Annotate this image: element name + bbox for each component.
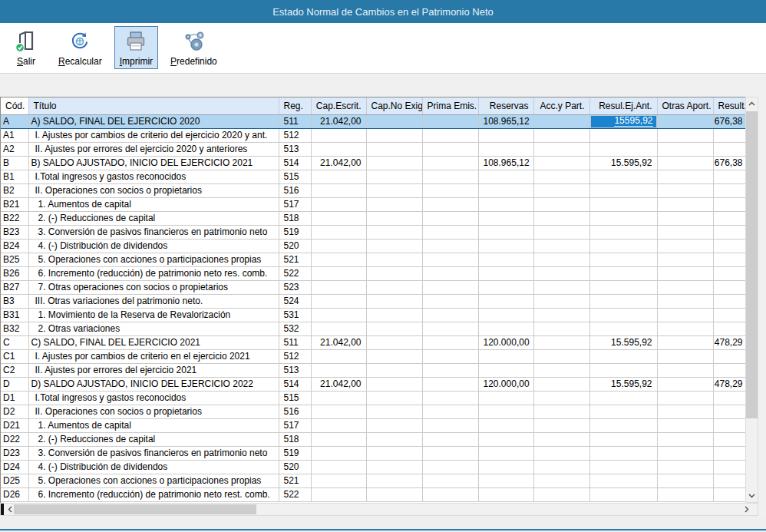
cell-D2-result[interactable] (713, 405, 745, 418)
cell-B26-cod[interactable]: B26 (1, 266, 28, 280)
cell-B26-acc_y_part[interactable] (533, 266, 589, 280)
cell-B27-reservas[interactable] (478, 280, 533, 294)
cell-D-cod[interactable]: D (1, 377, 28, 391)
cell-D25-cap_escrit[interactable] (311, 474, 366, 487)
cell-B1-resul_ej_ant[interactable] (589, 170, 657, 183)
cell-B2-result[interactable] (713, 183, 745, 197)
cell-C1-resul_ej_ant[interactable] (589, 349, 657, 363)
preset-button[interactable]: Predefinido (165, 26, 223, 69)
table-row-D2[interactable]: D2II. Operaciones con socios o propietar… (1, 405, 745, 418)
cell-B22-result[interactable] (713, 211, 745, 225)
cell-B-resul_ej_ant[interactable]: 15.595,92 (589, 156, 657, 170)
cell-C2-reservas[interactable] (478, 363, 533, 377)
table-row-C1[interactable]: C1I. Ajustes por cambios de criterio en … (1, 349, 745, 363)
cell-D22-result[interactable] (713, 432, 745, 446)
cell-C2-resul_ej_ant[interactable] (589, 363, 657, 377)
cell-A2-prima_emis[interactable] (422, 142, 478, 156)
cell-B21-result[interactable] (713, 197, 745, 211)
cell-D1-cap_no_exig[interactable] (366, 391, 422, 405)
cell-D-reservas[interactable]: 120.000,00 (478, 377, 533, 391)
cell-A1-resul_ej_ant[interactable] (589, 128, 657, 142)
cell-C-otras_aport[interactable] (657, 335, 713, 349)
cell-D26-prima_emis[interactable] (422, 487, 478, 501)
scroll-down-button[interactable] (746, 490, 758, 502)
cell-B25-prima_emis[interactable] (422, 253, 478, 266)
cell-A-reservas[interactable]: 108.965,12 (478, 114, 533, 128)
cell-B24-titulo[interactable]: 4. (-) Distribución de dividendos (28, 239, 279, 253)
cell-C-prima_emis[interactable] (422, 335, 478, 349)
exit-button[interactable]: Salir (6, 26, 46, 69)
table-row-C2[interactable]: C2II. Ajustes por errores del ejercicio … (1, 363, 745, 377)
cell-A-acc_y_part[interactable] (533, 114, 589, 128)
cell-B22-cap_no_exig[interactable] (366, 211, 422, 225)
table-row-B[interactable]: BB) SALDO AJUSTADO, INICIO DEL EJERCICIO… (1, 156, 745, 170)
cell-D21-result[interactable] (713, 418, 745, 432)
cell-B24-otras_aport[interactable] (657, 239, 713, 253)
cell-C1-titulo[interactable]: I. Ajustes por cambios de criterio en el… (28, 349, 279, 363)
cell-B1-titulo[interactable]: I.Total ingresos y gastos reconocidos (28, 170, 279, 183)
cell-B31-reservas[interactable] (478, 308, 533, 322)
cell-B32-cap_escrit[interactable] (311, 322, 366, 335)
cell-D26-cap_no_exig[interactable] (366, 487, 422, 501)
cell-C2-reg[interactable]: 513 (279, 363, 311, 377)
cell-D23-reg[interactable]: 519 (279, 446, 311, 460)
cell-B3-cod[interactable]: B3 (1, 294, 28, 308)
cell-B2-resul_ej_ant[interactable] (589, 183, 657, 197)
cell-B21-resul_ej_ant[interactable] (589, 197, 657, 211)
cell-B22-cod[interactable]: B22 (1, 211, 28, 225)
cell-D24-reservas[interactable] (478, 460, 533, 474)
cell-A1-cap_escrit[interactable] (311, 128, 366, 142)
cell-B2-acc_y_part[interactable] (533, 183, 589, 197)
cell-D26-reservas[interactable] (478, 487, 533, 501)
recalculate-button[interactable]: Recalcular (53, 26, 107, 69)
cell-B-result[interactable]: 1.676,38 (713, 156, 745, 170)
cell-D1-resul_ej_ant[interactable] (589, 391, 657, 405)
cell-C-acc_y_part[interactable] (533, 335, 589, 349)
cell-B31-titulo[interactable]: 1. Movimiento de la Reserva de Revaloriz… (28, 308, 279, 322)
cell-B27-result[interactable] (713, 280, 745, 294)
cell-B31-prima_emis[interactable] (422, 308, 478, 322)
cell-B26-resul_ej_ant[interactable] (589, 266, 657, 280)
cell-D21-resul_ej_ant[interactable] (589, 418, 657, 432)
cell-D25-resul_ej_ant[interactable] (589, 474, 657, 487)
cell-D26-titulo[interactable]: 6. Incremento (reducción) de patrimonio … (28, 487, 279, 501)
cell-C2-result[interactable] (713, 363, 745, 377)
cell-B24-cap_no_exig[interactable] (366, 239, 422, 253)
cell-B2-cod[interactable]: B2 (1, 183, 28, 197)
cell-C1-reg[interactable]: 512 (279, 349, 311, 363)
cell-B31-acc_y_part[interactable] (533, 308, 589, 322)
cell-A-reg[interactable]: 511 (279, 114, 311, 128)
cell-D-resul_ej_ant[interactable]: 15.595,92 (589, 377, 657, 391)
cell-D24-acc_y_part[interactable] (533, 460, 589, 474)
cell-B31-cap_no_exig[interactable] (366, 308, 422, 322)
cell-B24-cap_escrit[interactable] (311, 239, 366, 253)
cell-B25-cap_no_exig[interactable] (366, 253, 422, 266)
cell-A2-otras_aport[interactable] (657, 142, 713, 156)
cell-B-otras_aport[interactable] (657, 156, 713, 170)
cell-A2-cap_escrit[interactable] (311, 142, 366, 156)
cell-D2-resul_ej_ant[interactable] (589, 405, 657, 418)
table-row-D21[interactable]: D211. Aumentos de capital517 (1, 418, 745, 432)
cell-B23-result[interactable] (713, 225, 745, 239)
cell-B-acc_y_part[interactable] (533, 156, 589, 170)
cell-B-reg[interactable]: 514 (279, 156, 311, 170)
cell-B2-titulo[interactable]: II. Operaciones con socios o propietario… (28, 183, 279, 197)
cell-B1-otras_aport[interactable] (657, 170, 713, 183)
cell-D21-otras_aport[interactable] (657, 418, 713, 432)
cell-B27-cap_escrit[interactable] (311, 280, 366, 294)
table-row-B24[interactable]: B244. (-) Distribución de dividendos520 (1, 239, 745, 253)
cell-B3-reg[interactable]: 524 (279, 294, 311, 308)
table-row-D25[interactable]: D255. Operaciones con acciones o partici… (1, 474, 745, 487)
cell-B27-reg[interactable]: 523 (279, 280, 311, 294)
cell-A-result[interactable]: 1.676,38 (713, 114, 745, 128)
cell-B31-cap_escrit[interactable] (311, 308, 366, 322)
cell-D2-reg[interactable]: 516 (279, 405, 311, 418)
cell-D24-cap_escrit[interactable] (311, 460, 366, 474)
cell-B2-otras_aport[interactable] (657, 183, 713, 197)
cell-D22-resul_ej_ant[interactable] (589, 432, 657, 446)
cell-C2-acc_y_part[interactable] (533, 363, 589, 377)
cell-B22-titulo[interactable]: 2. (-) Reducciones de capital (28, 211, 279, 225)
cell-B21-acc_y_part[interactable] (533, 197, 589, 211)
cell-D1-cod[interactable]: D1 (1, 391, 28, 405)
cell-D2-cap_escrit[interactable] (311, 405, 366, 418)
